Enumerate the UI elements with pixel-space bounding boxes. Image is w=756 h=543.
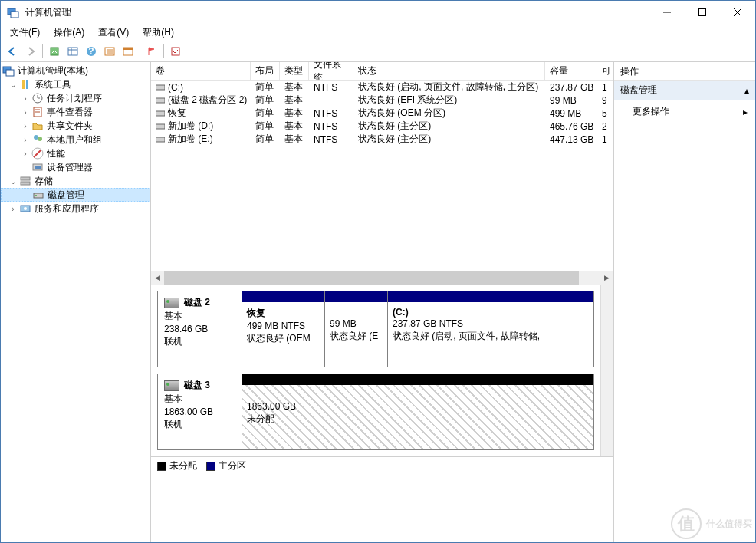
tree-device-mgr[interactable]: 设备管理器 <box>1 160 150 174</box>
disk2-partition-c[interactable]: (C:) 237.87 GB NTFS 状态良好 (启动, 页面文件, 故障转储… <box>388 291 593 367</box>
svg-rect-7 <box>68 48 77 55</box>
menu-help[interactable]: 帮助(H) <box>136 25 180 41</box>
svg-rect-41 <box>156 85 165 90</box>
tree-local-users[interactable]: › 本地用户和组 <box>1 133 150 146</box>
svg-rect-34 <box>35 166 41 169</box>
svg-rect-1 <box>11 12 18 18</box>
actions-header: 操作 <box>614 62 755 81</box>
refresh-icon[interactable] <box>46 43 63 60</box>
svg-line-32 <box>34 150 41 157</box>
close-button[interactable] <box>720 1 755 24</box>
scroll-right-button[interactable]: ▶ <box>600 272 613 285</box>
disk-vscroll[interactable] <box>600 285 613 456</box>
properties-icon[interactable] <box>167 43 184 60</box>
disk-icon <box>164 298 179 308</box>
volume-icon <box>156 123 165 130</box>
col-type[interactable]: 类型 <box>280 62 309 80</box>
svg-text:?: ? <box>88 46 94 57</box>
volume-icon <box>156 136 165 143</box>
disk-icon <box>164 380 179 391</box>
volume-row[interactable]: 新加卷 (D:)简单基本NTFS状态良好 (主分区)465.76 GB2 <box>151 120 613 133</box>
tree-storage[interactable]: ⌄ 存储 <box>1 174 150 188</box>
disk-layout-panel: 磁盘 2 基本 238.46 GB 联机 恢复 499 MB NTFS 状态良好… <box>151 285 600 456</box>
svg-rect-20 <box>6 70 14 76</box>
menu-view[interactable]: 查看(V) <box>92 25 135 41</box>
legend: 未分配 主分区 <box>151 456 613 475</box>
svg-rect-3 <box>699 9 706 16</box>
svg-rect-17 <box>123 48 133 50</box>
back-button[interactable] <box>4 43 21 60</box>
tree-systools[interactable]: ⌄ 系统工具 <box>1 77 150 91</box>
chevron-right-icon: ▸ <box>743 107 748 117</box>
svg-rect-6 <box>51 48 58 55</box>
tree-disk-mgmt[interactable]: 磁盘管理 <box>1 188 150 202</box>
svg-rect-36 <box>21 182 30 185</box>
volume-row[interactable]: (磁盘 2 磁盘分区 2)简单基本状态良好 (EFI 系统分区)99 MB9 <box>151 94 613 107</box>
col-volume[interactable]: 卷 <box>151 62 251 80</box>
col-status[interactable]: 状态 <box>353 62 545 80</box>
svg-rect-18 <box>172 48 179 55</box>
disk3-unallocated[interactable]: 1863.00 GB 未分配 <box>242 374 593 449</box>
volume-row[interactable]: (C:)简单基本NTFS状态良好 (启动, 页面文件, 故障转储, 主分区)23… <box>151 81 613 94</box>
menu-action[interactable]: 操作(A) <box>48 25 90 41</box>
volume-list: 卷 布局 类型 文件系统 状态 容量 可 (C:)简单基本NTFS状态良好 (启… <box>151 62 613 285</box>
col-capacity[interactable]: 容量 <box>545 62 597 80</box>
list-icon[interactable] <box>101 43 118 60</box>
disk-3-block[interactable]: 磁盘 3 基本 1863.00 GB 联机 1863.00 GB 未分配 <box>157 374 594 450</box>
flag-icon[interactable] <box>143 43 160 60</box>
menu-bar: 文件(F) 操作(A) 查看(V) 帮助(H) <box>1 24 755 41</box>
tree-root[interactable]: 计算机管理(本地) <box>1 64 150 77</box>
nav-tree: 计算机管理(本地) ⌄ 系统工具 › 任务计划程序 › 事件查看器 › 共享文件… <box>1 62 151 542</box>
maximize-button[interactable] <box>685 1 720 24</box>
scroll-left-button[interactable]: ◀ <box>151 272 164 285</box>
svg-rect-44 <box>156 124 165 129</box>
tree-event-viewer[interactable]: › 事件查看器 <box>1 105 150 119</box>
svg-rect-21 <box>22 80 25 89</box>
svg-rect-43 <box>156 111 165 116</box>
app-icon <box>7 6 19 18</box>
volume-list-header: 卷 布局 类型 文件系统 状态 容量 可 <box>151 62 613 81</box>
title-bar: 计算机管理 <box>1 1 755 24</box>
action-more[interactable]: 更多操作 ▸ <box>614 100 755 123</box>
svg-rect-42 <box>156 98 165 103</box>
svg-point-38 <box>35 195 37 196</box>
tree-task-scheduler[interactable]: › 任务计划程序 <box>1 91 150 105</box>
expand-icon[interactable]: › <box>19 92 31 104</box>
window-title: 计算机管理 <box>25 6 71 19</box>
menu-file[interactable]: 文件(F) <box>4 25 46 41</box>
col-layout[interactable]: 布局 <box>251 62 280 80</box>
disk2-partition-efi[interactable]: 99 MB 状态良好 (E <box>325 291 388 367</box>
svg-rect-22 <box>26 80 28 89</box>
help-icon[interactable]: ? <box>83 43 100 60</box>
col-free[interactable]: 可 <box>597 62 613 80</box>
volume-row[interactable]: 恢复简单基本NTFS状态良好 (OEM 分区)499 MB5 <box>151 107 613 120</box>
disk-2-block[interactable]: 磁盘 2 基本 238.46 GB 联机 恢复 499 MB NTFS 状态良好… <box>157 291 594 367</box>
tree-performance[interactable]: › 性能 <box>1 146 150 160</box>
volume-row[interactable]: 新加卷 (E:)简单基本NTFS状态良好 (主分区)447.13 GB1 <box>151 133 613 146</box>
collapse-icon: ▴ <box>744 85 749 96</box>
detail-icon[interactable] <box>120 43 136 60</box>
disk2-partition-recovery[interactable]: 恢复 499 MB NTFS 状态良好 (OEM <box>242 291 325 367</box>
actions-panel: 操作 磁盘管理 ▴ 更多操作 ▸ <box>614 62 755 542</box>
volume-icon <box>156 97 165 104</box>
minimize-button[interactable] <box>649 1 685 24</box>
volume-hscroll[interactable]: ◀ ▶ <box>151 271 613 284</box>
svg-rect-45 <box>156 137 165 142</box>
view-icon[interactable] <box>64 43 81 60</box>
svg-point-30 <box>38 137 42 141</box>
tree-shared-folders[interactable]: › 共享文件夹 <box>1 119 150 133</box>
forward-button[interactable] <box>22 43 39 60</box>
svg-rect-35 <box>21 177 30 180</box>
volume-icon <box>156 84 165 91</box>
volume-icon <box>156 110 165 117</box>
toolbar: ? <box>1 41 755 62</box>
collapse-icon[interactable]: ⌄ <box>7 78 19 90</box>
actions-section-disk-mgmt[interactable]: 磁盘管理 ▴ <box>614 81 755 100</box>
tree-services-apps[interactable]: › 服务和应用程序 <box>1 202 150 216</box>
svg-point-40 <box>24 207 27 210</box>
col-fs[interactable]: 文件系统 <box>309 62 353 80</box>
svg-rect-37 <box>34 193 43 198</box>
